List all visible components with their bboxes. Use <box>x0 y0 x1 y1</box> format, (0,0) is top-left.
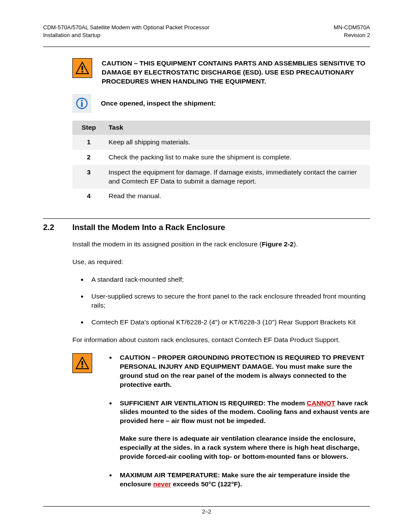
section-heading: 2.2 Install the Modem Into a Rack Enclos… <box>43 222 370 233</box>
caution-item-temperature: MAXIMUM AIR TEMPERATURE: Make sure the a… <box>116 471 370 489</box>
table-row: 4 Read the manual. <box>72 189 370 204</box>
use-required: Use, as required: <box>72 258 370 267</box>
page-footer: 2–2 <box>43 506 370 516</box>
header-left-line1: CDM-570A/570AL Satellite Modem with Opti… <box>43 24 209 31</box>
col-step: Step <box>72 121 105 135</box>
section-title: Install the Modem Into a Rack Enclosure <box>72 222 225 233</box>
svg-rect-1 <box>81 66 83 70</box>
svg-rect-8 <box>81 366 83 367</box>
section-divider <box>43 218 370 219</box>
svg-rect-7 <box>81 361 83 365</box>
table-row: 1 Keep all shipping materials. <box>72 135 370 150</box>
inspect-intro-text: Once opened, inspect the shipment: <box>101 94 216 108</box>
steps-table: Step Task 1 Keep all shipping materials.… <box>72 121 370 204</box>
list-item: Comtech EF Data's optional KT/6228-2 (4"… <box>88 318 370 327</box>
list-item: User-supplied screws to secure the front… <box>88 292 370 310</box>
col-task: Task <box>105 121 370 135</box>
ventilation-para2: Make sure there is adequate air ventilat… <box>120 434 370 461</box>
use-list: A standard rack-mounted shelf; User-supp… <box>78 275 370 327</box>
caution-bullet-list: CAUTION – PROPER GROUNDING PROTECTION IS… <box>97 353 370 489</box>
step-task: Keep all shipping materials. <box>105 135 370 150</box>
step-num: 3 <box>72 165 105 189</box>
svg-rect-2 <box>81 71 83 72</box>
header-left: CDM-570A/570AL Satellite Modem with Opti… <box>43 24 209 39</box>
cannot-emphasis: CANNOT <box>307 399 335 407</box>
warning-icon <box>72 353 92 373</box>
step-num: 1 <box>72 135 105 150</box>
rack-caution-callout: CAUTION – PROPER GROUNDING PROTECTION IS… <box>72 353 370 489</box>
esd-caution-text: CAUTION – THIS EQUIPMENT CONTAINS PARTS … <box>102 58 370 86</box>
step-task: Check the packing list to make sure the … <box>105 150 370 165</box>
warning-icon <box>72 58 92 78</box>
table-row: 3 Inspect the equipment for damage. If d… <box>72 165 370 189</box>
table-row: 2 Check the packing list to make sure th… <box>72 150 370 165</box>
caution-item-ventilation: SUFFICIENT AIR VENTILATION IS REQUIRED: … <box>116 399 370 462</box>
section-number: 2.2 <box>43 222 72 233</box>
custom-rack-info: For information about custom rack enclos… <box>72 336 370 345</box>
info-icon <box>72 94 91 113</box>
step-num: 2 <box>72 150 105 165</box>
figure-ref: Figure 2-2 <box>262 240 293 248</box>
header-left-line2: Installation and Startup <box>43 31 209 39</box>
caution-item-grounding: CAUTION – PROPER GROUNDING PROTECTION IS… <box>116 353 370 389</box>
never-emphasis: never <box>153 480 171 488</box>
header-right: MN-CDM570A Revision 2 <box>333 24 370 39</box>
esd-caution-callout: CAUTION – THIS EQUIPMENT CONTAINS PARTS … <box>72 58 370 86</box>
step-task: Inspect the equipment for damage. If dam… <box>105 165 370 189</box>
page-header: CDM-570A/570AL Satellite Modem with Opti… <box>43 24 370 47</box>
inspect-callout: Once opened, inspect the shipment: <box>72 94 370 113</box>
step-num: 4 <box>72 189 105 204</box>
header-right-line2: Revision 2 <box>333 31 370 39</box>
install-intro: Install the modem in its assigned positi… <box>72 240 370 249</box>
step-task: Read the manual. <box>105 189 370 204</box>
list-item: A standard rack-mounted shelf; <box>88 275 370 284</box>
header-right-line1: MN-CDM570A <box>333 24 370 31</box>
svg-rect-4 <box>81 100 83 101</box>
svg-rect-5 <box>81 102 83 107</box>
